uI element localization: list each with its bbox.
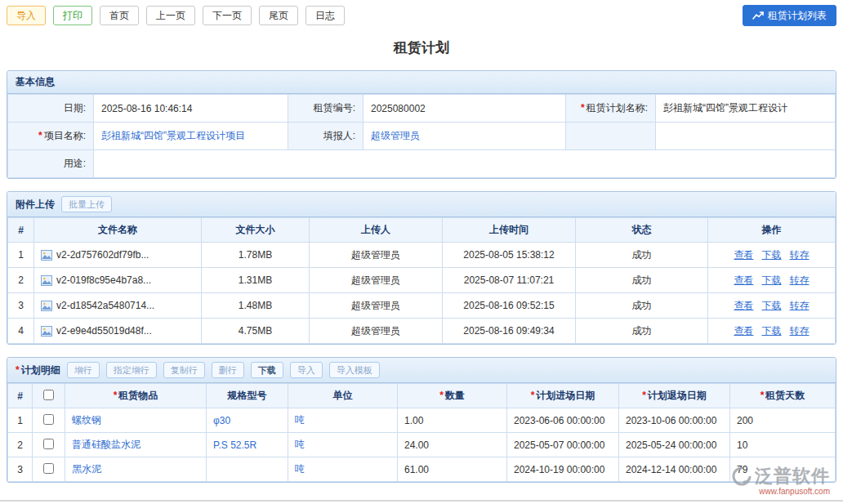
col-out-date: *计划退场日期 [619,384,730,408]
row-select-cell [33,457,65,482]
download-link[interactable]: 下载 [762,300,782,311]
row-index: 2 [8,268,34,293]
next-page-button[interactable]: 下一页 [203,6,252,25]
view-link[interactable]: 查看 [734,300,754,311]
view-link[interactable]: 查看 [734,274,754,286]
trend-arrow-icon [752,11,764,20]
add-row-button[interactable]: 增行 [67,362,100,378]
spec-link[interactable]: φ30 [213,415,230,426]
item-cell: 螺纹钢 [65,408,207,433]
image-file-icon [41,326,52,337]
empty-value-cell [656,123,836,150]
file-size: 4.75MB [202,319,310,344]
spec-cell [207,457,288,482]
upload-time: 2025-08-16 09:52:15 [443,293,576,319]
row-index: 1 [8,243,34,268]
view-link[interactable]: 查看 [734,325,754,337]
qty-cell[interactable]: 1.00 [398,408,507,433]
col-file-size: 文件大小 [202,218,310,243]
out-date-cell[interactable]: 2023-10-06 00:00:00 [619,408,730,433]
in-date-cell[interactable]: 2023-06-06 00:00:00 [507,408,619,433]
required-marker: * [760,390,765,401]
download-link[interactable]: 下载 [762,274,782,286]
home-page-button[interactable]: 首页 [100,6,139,25]
transfer-link[interactable]: 转存 [790,325,810,337]
plan-list-button[interactable]: 租赁计划列表 [743,5,836,26]
row-select-checkbox[interactable] [43,463,54,474]
qty-cell[interactable]: 61.00 [398,457,507,482]
prev-page-button[interactable]: 上一页 [146,6,195,25]
log-button[interactable]: 日志 [306,6,345,25]
qty-cell[interactable]: 24.00 [398,433,507,457]
page-title: 租赁计划 [0,38,843,57]
attachments-header-row: # 文件名称 文件大小 上传人 上传时间 状态 操作 [8,218,836,243]
status: 成功 [576,268,708,293]
spec-link[interactable]: P.S 52.5R [213,439,256,451]
out-date-cell[interactable]: 2025-05-24 00:00:00 [619,433,730,457]
batch-upload-button[interactable]: 批量上传 [61,196,112,212]
uploader: 超级管理员 [310,243,443,268]
col-uploader: 上传人 [310,218,443,243]
form-row: 用途: [8,150,836,178]
import-rows-button[interactable]: 导入 [290,362,323,378]
delete-row-button[interactable]: 删行 [212,362,244,378]
row-select-checkbox[interactable] [43,414,54,425]
required-marker: * [439,390,444,401]
attachments-section: 附件上传 批量上传 # 文件名称 文件大小 上传人 上传时间 状态 操作 1 v… [7,191,836,345]
insert-row-button[interactable]: 指定增行 [106,362,157,378]
item-link[interactable]: 黑水泥 [72,463,101,475]
select-all-checkbox[interactable] [43,390,54,400]
item-link[interactable]: 普通硅酸盐水泥 [72,439,140,450]
basic-info-title: 基本信息 [16,75,55,89]
basic-info-section: 基本信息 日期: 2025-08-16 10:46:14 租赁编号: 20250… [7,70,836,179]
download-rows-button[interactable]: 下载 [251,362,283,378]
view-link[interactable]: 查看 [734,249,754,261]
unit-link[interactable]: 吨 [295,463,305,475]
copy-row-button[interactable]: 复制行 [163,362,205,378]
col-days-label: 租赁天数 [765,390,805,401]
print-button[interactable]: 打印 [53,6,92,25]
file-name-cell: v2-2d757602df79fb... [34,243,202,268]
transfer-link[interactable]: 转存 [790,274,810,286]
col-unit: 单位 [288,384,398,408]
item-link[interactable]: 螺纹钢 [72,414,101,426]
project-link[interactable]: 彭祖新城“四馆”景观工程设计项目 [101,130,245,141]
file-name-cell: v2-d18542a5480714... [34,293,202,319]
toolbar: 导入 打印 首页 上一页 下一页 尾页 日志 租赁计划列表 [0,0,843,28]
plan-detail-header: *计划明细 增行 指定增行 复制行 删行 下载 导入 导入模板 [7,358,836,383]
days-cell[interactable]: 79 [730,457,836,482]
plan-name-value[interactable]: 彭祖新城“四馆”景观工程设计 [656,95,836,123]
download-link[interactable]: 下载 [762,249,782,261]
col-days: *租赁天数 [730,384,836,408]
transfer-link[interactable]: 转存 [790,249,810,261]
transfer-link[interactable]: 转存 [790,300,810,311]
row-select-checkbox[interactable] [43,439,54,449]
required-marker: * [642,390,646,401]
upload-time: 2025-08-05 15:38:12 [443,243,576,268]
plan-detail-section: *计划明细 增行 指定增行 复制行 删行 下载 导入 导入模板 # *租赁物品 … [7,357,836,483]
file-size: 1.31MB [202,268,310,293]
unit-link[interactable]: 吨 [295,414,305,426]
attachment-row: 4 v2-e9e4d55019d48f... 4.75MB 超级管理员 2025… [8,319,836,344]
unit-link[interactable]: 吨 [295,439,305,450]
plan-row: 2 普通硅酸盐水泥 P.S 52.5R 吨 24.00 2025-05-07 0… [8,433,836,457]
import-template-button[interactable]: 导入模板 [329,362,380,378]
date-value[interactable]: 2025-08-16 10:46:14 [94,95,288,123]
last-page-button[interactable]: 尾页 [259,6,298,25]
file-name-cell: v2-019f8c95e4b7a8... [34,268,202,293]
days-cell[interactable]: 10 [730,433,836,457]
rent-no-value[interactable]: 2025080002 [364,95,566,123]
actions-cell: 查看下载转存 [708,268,836,293]
plan-detail-title-wrap: *计划明细 [16,364,60,377]
out-date-cell[interactable]: 2024-12-14 00:00:00 [619,457,730,482]
col-item-label: 租赁物品 [118,390,158,401]
reporter-link[interactable]: 超级管理员 [371,130,420,141]
plan-name-label-text: 租赁计划名称: [587,102,648,114]
days-cell[interactable]: 200 [730,408,836,433]
import-button[interactable]: 导入 [7,6,46,25]
attachment-row: 2 v2-019f8c95e4b7a8... 1.31MB 超级管理员 2025… [8,268,836,293]
purpose-value[interactable] [94,150,836,178]
download-link[interactable]: 下载 [762,325,782,337]
in-date-cell[interactable]: 2024-10-19 00:00:00 [507,457,619,482]
in-date-cell[interactable]: 2025-05-07 00:00:00 [507,433,619,457]
